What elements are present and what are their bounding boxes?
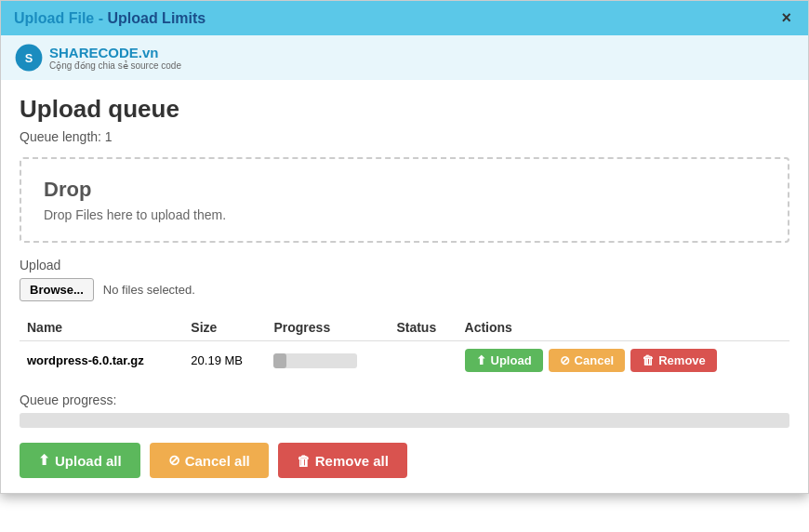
no-files-text: No files selected. bbox=[103, 283, 195, 297]
modal-title-highlight: Upload Limits bbox=[107, 10, 206, 26]
action-buttons: ⬆ Upload ⊘ Cancel 🗑 Remove bbox=[465, 349, 782, 372]
drop-subtitle: Drop Files here to upload them. bbox=[44, 207, 765, 222]
cell-progress bbox=[266, 341, 389, 380]
table-row: wordpress-6.0.tar.gz 20.19 MB ⬆ Upload ⊘… bbox=[20, 341, 789, 380]
upload-button[interactable]: ⬆ Upload bbox=[465, 349, 543, 372]
col-size: Size bbox=[183, 314, 266, 341]
file-input-row: Browse... No files selected. bbox=[20, 278, 789, 301]
col-name: Name bbox=[20, 314, 183, 341]
col-actions: Actions bbox=[458, 314, 789, 341]
svg-text:S: S bbox=[25, 51, 33, 65]
upload-all-button[interactable]: ⬆ Upload all bbox=[20, 443, 140, 478]
upload-all-label: Upload all bbox=[55, 453, 122, 469]
upload-icon: ⬆ bbox=[476, 353, 486, 367]
progress-bar bbox=[273, 353, 357, 368]
cell-actions: ⬆ Upload ⊘ Cancel 🗑 Remove bbox=[458, 341, 789, 380]
bottom-buttons: ⬆ Upload all ⊘ Cancel all 🗑 Remove all bbox=[20, 443, 789, 478]
modal-container: Upload File - Upload Limits × S SHARECOD… bbox=[0, 0, 809, 494]
close-button[interactable]: × bbox=[777, 8, 795, 28]
brand-bar: S SHARECODE.vn Cộng đồng chia sẻ source … bbox=[1, 35, 808, 80]
remove-label: Remove bbox=[658, 353, 706, 367]
cancel-all-icon: ⊘ bbox=[168, 452, 180, 469]
cell-size: 20.19 MB bbox=[183, 341, 266, 380]
brand-tagline: Cộng đồng chia sẻ source code bbox=[49, 60, 181, 71]
remove-button[interactable]: 🗑 Remove bbox=[630, 349, 717, 372]
queue-progress-bar bbox=[20, 413, 789, 428]
col-progress: Progress bbox=[266, 314, 389, 341]
upload-all-icon: ⬆ bbox=[38, 452, 50, 469]
col-status: Status bbox=[389, 314, 457, 341]
upload-label: Upload bbox=[20, 258, 789, 273]
brand-name: SHARECODE.vn bbox=[49, 45, 181, 60]
queue-progress-label: Queue progress: bbox=[20, 392, 789, 407]
modal-title: Upload File - Upload Limits bbox=[14, 10, 206, 27]
brand-text-block: SHARECODE.vn Cộng đồng chia sẻ source co… bbox=[49, 45, 181, 71]
brand-icon: S bbox=[14, 43, 44, 73]
remove-icon: 🗑 bbox=[642, 353, 654, 367]
cancel-label: Cancel bbox=[575, 353, 615, 367]
modal-title-prefix: Upload File - bbox=[14, 10, 107, 26]
upload-label: Upload bbox=[491, 353, 532, 367]
remove-all-label: Remove all bbox=[315, 453, 389, 469]
table-header-row: Name Size Progress Status Actions bbox=[20, 314, 789, 341]
table-head: Name Size Progress Status Actions bbox=[20, 314, 789, 341]
cell-name: wordpress-6.0.tar.gz bbox=[20, 341, 183, 380]
table-body: wordpress-6.0.tar.gz 20.19 MB ⬆ Upload ⊘… bbox=[20, 341, 789, 380]
remove-all-icon: 🗑 bbox=[297, 453, 311, 469]
cell-status bbox=[389, 341, 457, 380]
page-title: Upload queue bbox=[20, 95, 789, 124]
cancel-all-label: Cancel all bbox=[185, 453, 250, 469]
brand-logo: S SHARECODE.vn Cộng đồng chia sẻ source … bbox=[14, 43, 181, 73]
modal-body: Upload queue Queue length: 1 Drop Drop F… bbox=[1, 80, 808, 493]
remove-all-button[interactable]: 🗑 Remove all bbox=[278, 443, 407, 478]
drop-title: Drop bbox=[44, 178, 765, 202]
progress-bar-fill bbox=[273, 353, 286, 368]
cancel-all-button[interactable]: ⊘ Cancel all bbox=[150, 443, 269, 478]
queue-length: Queue length: 1 bbox=[20, 129, 789, 144]
cancel-button[interactable]: ⊘ Cancel bbox=[549, 349, 626, 372]
file-table: Name Size Progress Status Actions wordpr… bbox=[20, 314, 789, 379]
cancel-icon: ⊘ bbox=[560, 353, 570, 367]
modal-header: Upload File - Upload Limits × bbox=[1, 1, 808, 35]
drop-zone[interactable]: Drop Drop Files here to upload them. bbox=[20, 157, 789, 243]
browse-button[interactable]: Browse... bbox=[20, 278, 94, 301]
